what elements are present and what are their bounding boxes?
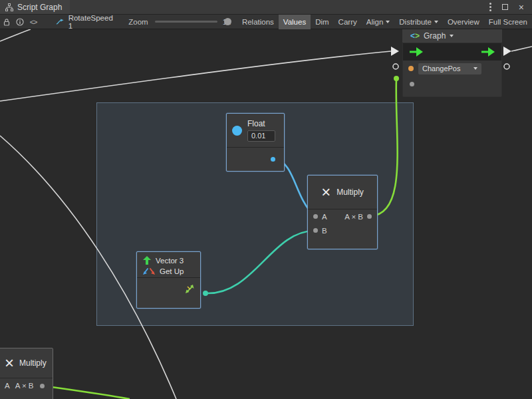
wire-white-topleft (0, 29, 31, 41)
zoom-slider-track[interactable] (155, 21, 217, 23)
flow-arrow-right-icon (503, 47, 511, 56)
flow-in-arrow-icon[interactable] (410, 47, 423, 57)
graph-asset-chip[interactable]: RotateSpeed 1 (51, 14, 119, 30)
zoom-label: Zoom (128, 18, 148, 26)
chevron-down-icon (434, 21, 438, 23)
multiply-title: Multiply (336, 188, 364, 197)
window-controls: × (489, 3, 532, 12)
float-header: Float 0.01 (227, 114, 284, 147)
flow-arrow-left-icon (391, 47, 399, 56)
multiply-node[interactable]: × Multiply A A × B B (307, 175, 378, 249)
vector3-title-row: Vector 3 (137, 252, 200, 265)
multiply2-title: Multiply (19, 358, 47, 368)
port-row-a: A A × B (0, 378, 53, 393)
changepos-node[interactable]: ChangePos (402, 43, 502, 97)
flow-ports-row (403, 43, 501, 61)
port-row-b: B (308, 223, 377, 237)
float-value-field[interactable]: 0.01 (247, 130, 275, 142)
toolbar-button-dim[interactable]: Dim (311, 15, 333, 29)
value-port-row (403, 76, 501, 91)
multiply-icon: × (321, 184, 331, 200)
graph-asset-icon (56, 19, 65, 25)
breadcrumb-label: Graph (424, 31, 446, 41)
vector3-title: Vector 3 (156, 257, 184, 265)
script-graph-tab[interactable]: Script Graph (0, 0, 70, 14)
float-body (227, 148, 284, 171)
graph-breadcrumb[interactable]: <> Graph (402, 29, 502, 43)
toolbar-button-fullscreen[interactable]: Full Screen (484, 15, 532, 29)
port-a-label: A (5, 382, 10, 390)
toolbar-button-overview[interactable]: Overview (443, 15, 484, 29)
multiply-b-input-port[interactable] (313, 228, 318, 233)
info-icon[interactable] (13, 15, 27, 29)
flow-out-arrow-icon[interactable] (481, 47, 495, 57)
unconnected-port-left (393, 64, 398, 69)
get-direction-icon (142, 267, 156, 275)
zoom-slider-handle[interactable] (224, 18, 231, 25)
zoom-slider[interactable] (155, 15, 217, 29)
result-label: A × B (344, 213, 363, 221)
vector3-body (137, 278, 200, 299)
unconnected-port-right (504, 64, 509, 69)
multiply-header: × Multiply (308, 176, 377, 209)
lock-icon[interactable] (0, 15, 13, 29)
toolbar: <> RotateSpeed 1 Zoom 1x Relations Value… (0, 15, 532, 29)
wire-multiply2-out (43, 386, 130, 399)
multiply-output-port[interactable] (367, 214, 372, 219)
port-row-a: A A × B (308, 209, 377, 223)
chevron-down-icon (473, 67, 477, 70)
toolbar-button-distribute[interactable]: Distribute (394, 15, 443, 29)
value-port[interactable] (410, 82, 414, 86)
close-icon[interactable]: × (519, 3, 524, 12)
port-a-label: A (322, 213, 327, 221)
getup-label: Get Up (160, 267, 184, 275)
vector3-output-port[interactable] (185, 284, 195, 294)
visual-script-icon: <> (410, 31, 420, 41)
script-graph-icon (5, 3, 13, 11)
vector3-getup-node[interactable]: Vector 3 Get Up (136, 251, 201, 309)
chevron-down-icon (450, 35, 454, 37)
menu-icon[interactable] (489, 3, 491, 11)
multiply-a-input-port[interactable] (313, 214, 318, 219)
graph-asset-name: RotateSpeed 1 (68, 14, 114, 30)
changepos-wire-dot (394, 76, 399, 81)
toolbar-button-carry[interactable]: Carry (334, 15, 362, 29)
code-icon[interactable]: <> (27, 15, 40, 29)
target-row: ChangePos (403, 61, 501, 76)
result-label: A × B (15, 382, 34, 390)
chevron-down-icon (386, 21, 390, 23)
wire-white-flow-out (511, 47, 532, 51)
changepos-dropdown[interactable]: ChangePos (418, 63, 481, 74)
multiply2-header: × Multiply (0, 348, 53, 378)
multiply2-output-port[interactable] (40, 384, 45, 388)
float-output-port[interactable] (271, 157, 275, 162)
window-title: Script Graph (17, 3, 62, 12)
titlebar: Script Graph × (0, 0, 532, 15)
maximize-icon[interactable] (502, 4, 508, 10)
getup-row: Get Up (137, 265, 200, 277)
script-graph-window: Script Graph × <> (0, 0, 532, 399)
multiply-icon: × (5, 355, 14, 371)
wire-white-to-flow-in (0, 51, 391, 101)
float-title: Float (247, 119, 275, 128)
target-port[interactable] (408, 66, 414, 71)
up-arrow-icon (142, 256, 152, 265)
toolbar-button-values[interactable]: Values (279, 15, 311, 29)
multiply-node-partial[interactable]: × Multiply A A × B (0, 348, 53, 399)
toolbar-button-relations[interactable]: Relations (237, 15, 279, 29)
float-type-icon (232, 126, 242, 136)
graph-canvas[interactable]: <> Graph ChangePos (0, 29, 532, 399)
float-node[interactable]: Float 0.01 (226, 113, 285, 172)
port-b-label: B (322, 227, 327, 235)
toolbar-button-align[interactable]: Align (362, 15, 395, 29)
